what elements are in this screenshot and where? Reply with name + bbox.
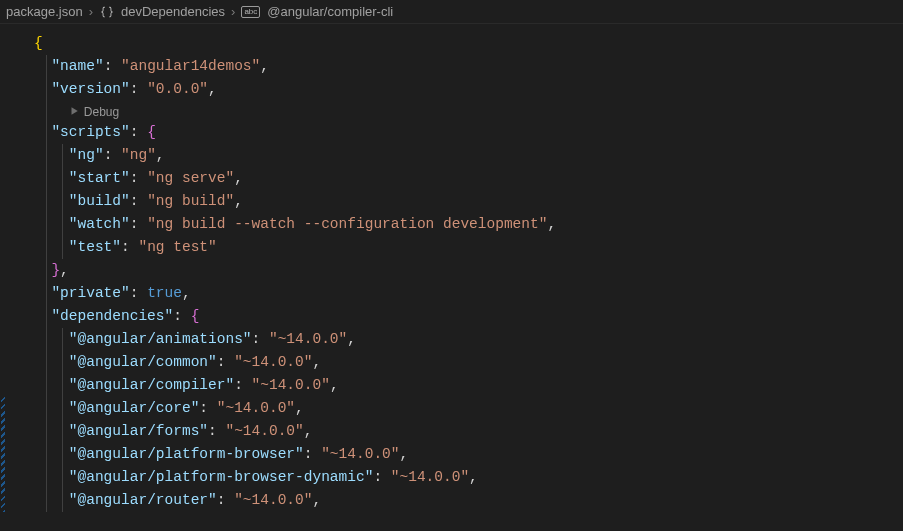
code-line[interactable]: "version": "0.0.0", xyxy=(0,78,903,101)
chevron-right-icon: › xyxy=(89,4,93,19)
breadcrumb-segment-2[interactable]: @angular/compiler-cli xyxy=(267,4,393,19)
code-line[interactable]: "dependencies": { xyxy=(0,305,903,328)
code-line[interactable]: "start": "ng serve", xyxy=(0,167,903,190)
codelens-line: Debug xyxy=(0,101,903,121)
code-line[interactable]: "watch": "ng build --watch --configurati… xyxy=(0,213,903,236)
code-line[interactable]: "@angular/forms": "~14.0.0", xyxy=(0,420,903,443)
code-line[interactable]: "@angular/compiler": "~14.0.0", xyxy=(0,374,903,397)
code-line[interactable]: "test": "ng test" xyxy=(0,236,903,259)
code-line[interactable]: "scripts": { xyxy=(0,121,903,144)
code-line[interactable]: "name": "angular14demos", xyxy=(0,55,903,78)
code-line[interactable]: "@angular/router": "~14.0.0", xyxy=(0,489,903,512)
code-line[interactable]: }, xyxy=(0,259,903,282)
chevron-right-icon: › xyxy=(231,4,235,19)
code-line[interactable]: { xyxy=(0,32,903,55)
breadcrumb[interactable]: package.json › devDependencies › abc @an… xyxy=(0,0,903,24)
code-line[interactable]: "@angular/animations": "~14.0.0", xyxy=(0,328,903,351)
breadcrumb-file[interactable]: package.json xyxy=(6,4,83,19)
code-line[interactable]: "build": "ng build", xyxy=(0,190,903,213)
code-line[interactable]: "@angular/core": "~14.0.0", xyxy=(0,397,903,420)
code-line[interactable]: "ng": "ng", xyxy=(0,144,903,167)
braces-icon xyxy=(99,4,115,20)
breadcrumb-segment-1[interactable]: devDependencies xyxy=(121,4,225,19)
code-line[interactable]: "@angular/common": "~14.0.0", xyxy=(0,351,903,374)
code-line[interactable]: "private": true, xyxy=(0,282,903,305)
string-icon: abc xyxy=(241,6,260,18)
code-editor[interactable]: { "name": "angular14demos", "version": "… xyxy=(0,24,903,512)
code-line[interactable]: "@angular/platform-browser": "~14.0.0", xyxy=(0,443,903,466)
code-line[interactable]: "@angular/platform-browser-dynamic": "~1… xyxy=(0,466,903,489)
